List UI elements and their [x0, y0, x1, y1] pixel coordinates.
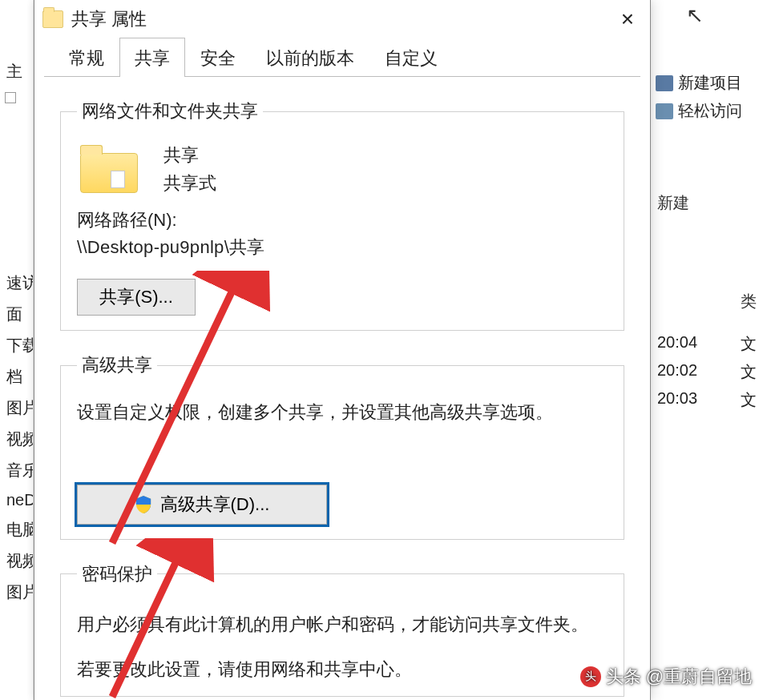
share-status: 共享式	[164, 169, 216, 197]
nav-home: 主	[0, 56, 33, 87]
ribbon-label: 轻松访问	[678, 100, 742, 122]
tab-sharing[interactable]: 共享	[119, 38, 185, 77]
share-button[interactable]: 共享(S)...	[77, 279, 196, 316]
nav-item[interactable]: neD	[0, 486, 33, 514]
network-path-value: \\Desktop-pu9pnlp\共享	[77, 235, 608, 259]
group-network-sharing: 网络文件和文件夹共享 共享 共享式 网络路径(N): \\Desktop-pu9…	[60, 99, 624, 331]
button-label: 共享(S)...	[99, 285, 173, 309]
ribbon-new-item[interactable]: 新建项目	[651, 69, 763, 97]
group-legend: 密码保护	[77, 562, 157, 586]
dialog-title: 共享 属性	[71, 7, 147, 31]
cell-time: 20:04	[657, 333, 697, 355]
tab-customize[interactable]: 自定义	[369, 38, 453, 77]
group-legend: 高级共享	[77, 353, 157, 377]
cursor-icon: ↖	[686, 3, 704, 28]
nav-item[interactable]: 面	[0, 299, 33, 330]
explorer-left-fragment: 主 速访 面 下载 档 图片 视频 音乐 neD 电脑 视频 图片	[0, 0, 34, 700]
watermark: 头 头条 @重蔚自留地	[580, 665, 752, 689]
cell-time: 20:03	[657, 389, 697, 411]
button-label: 高级共享(D)...	[160, 493, 270, 517]
tab-security[interactable]: 安全	[185, 38, 251, 77]
tab-general[interactable]: 常规	[54, 38, 119, 77]
column-header-type[interactable]: 类	[651, 288, 763, 316]
nav-item[interactable]: 下载	[0, 330, 33, 361]
group-legend: 网络文件和文件夹共享	[77, 99, 263, 123]
shared-folder-icon	[80, 145, 141, 193]
group-password-protection: 密码保护 用户必须具有此计算机的用户帐户和密码，才能访问共享文件夹。 若要更改此…	[60, 562, 624, 697]
sparkle-icon	[656, 75, 673, 91]
table-row[interactable]: 20:03 文	[651, 386, 763, 414]
titlebar: 共享 属性 ×	[34, 0, 650, 38]
cell-type: 文	[741, 389, 757, 411]
nav-item[interactable]: 电脑	[0, 514, 33, 545]
tab-strip: 常规 共享 安全 以前的版本 自定义	[34, 38, 650, 77]
close-button[interactable]: ×	[616, 6, 639, 32]
folder-icon	[42, 10, 63, 28]
watermark-logo-icon: 头	[580, 666, 601, 687]
uac-shield-icon	[135, 495, 152, 514]
dialog-content: 网络文件和文件夹共享 共享 共享式 网络路径(N): \\Desktop-pu9…	[34, 77, 650, 700]
explorer-right-fragment: 新建项目 轻松访问 新建 类 20:04 文 20:02 文 20:03 文	[651, 0, 763, 700]
access-icon	[656, 103, 673, 119]
network-path-label: 网络路径(N):	[77, 208, 608, 232]
nav-item[interactable]: 音乐	[0, 455, 33, 486]
advanced-sharing-button[interactable]: 高级共享(D)...	[77, 485, 327, 525]
group-advanced-sharing: 高级共享 设置自定义权限，创建多个共享，并设置其他高级共享选项。 高级共享(D)…	[60, 353, 624, 539]
nav-item[interactable]: 档	[0, 361, 33, 392]
nav-item[interactable]: 图片	[0, 577, 33, 608]
ribbon-label: 新建项目	[678, 72, 742, 94]
combo-box-fragment	[5, 92, 16, 103]
share-name: 共享	[164, 141, 216, 169]
nav-item[interactable]: 图片	[0, 392, 33, 424]
properties-dialog: 共享 属性 × 常规 共享 安全 以前的版本 自定义 网络文件和文件夹共享 共享…	[34, 0, 651, 700]
cell-type: 文	[741, 361, 757, 383]
watermark-text: 头条 @重蔚自留地	[606, 665, 752, 689]
nav-item[interactable]: 视频	[0, 424, 33, 455]
table-row[interactable]: 20:02 文	[651, 358, 763, 386]
tab-previous-versions[interactable]: 以前的版本	[251, 38, 369, 77]
table-row[interactable]: 20:04 文	[651, 330, 763, 358]
ribbon-easy-access[interactable]: 轻松访问	[651, 97, 763, 125]
cell-type: 文	[741, 333, 757, 355]
cell-time: 20:02	[657, 361, 697, 383]
nav-item[interactable]: 速访	[0, 268, 33, 299]
password-link-row: 若要更改此设置，请使用网络和共享中心。	[77, 658, 608, 682]
nav-item[interactable]: 视频	[0, 545, 33, 577]
ribbon-group-label: 新建	[651, 189, 763, 217]
advanced-description: 设置自定义权限，创建多个共享，并设置其他高级共享选项。	[77, 398, 608, 426]
password-description: 用户必须具有此计算机的用户帐户和密码，才能访问共享文件夹。	[77, 610, 608, 638]
